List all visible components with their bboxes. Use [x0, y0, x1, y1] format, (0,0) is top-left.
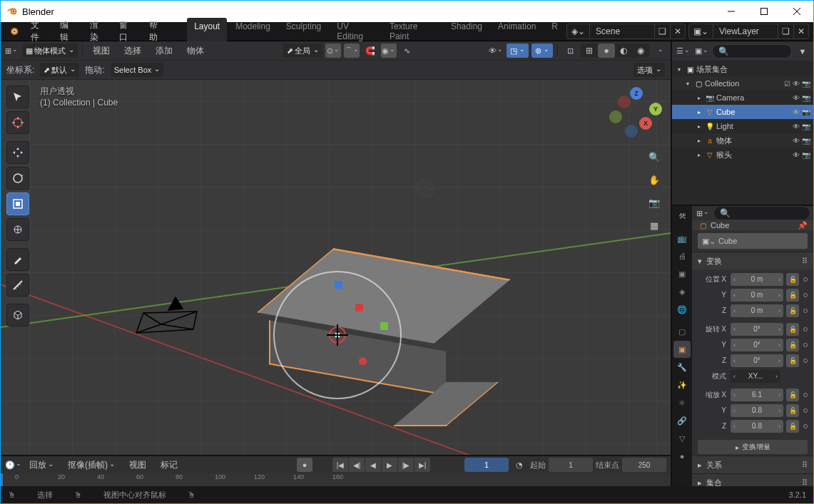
scene-delete-icon[interactable]: ✕ — [670, 24, 685, 38]
scene-new-icon[interactable]: ❏ — [654, 24, 670, 38]
lock-rot-z-icon[interactable]: 🔓 — [786, 354, 799, 367]
ptab-render-icon[interactable]: 📺 — [673, 230, 691, 247]
nav-pan-icon[interactable]: ✋ — [645, 170, 663, 189]
anim-scale-z[interactable] — [803, 424, 808, 428]
shading-rendered-icon[interactable]: ◉ — [632, 43, 649, 58]
ptab-modifier-icon[interactable]: 🔧 — [673, 359, 691, 376]
shading-wireframe-icon[interactable]: ⊞ — [581, 43, 598, 58]
tool-cursor[interactable] — [6, 111, 29, 134]
breadcrumb-object[interactable]: Cube — [711, 221, 729, 230]
proportional-toggle-icon[interactable]: ∿ — [400, 43, 415, 58]
viewlayer-new-icon[interactable]: ❏ — [778, 24, 793, 38]
properties-editor-icon[interactable]: ⊞ — [695, 206, 711, 220]
anim-loc-y[interactable] — [803, 293, 808, 297]
pivot-dropdown-icon[interactable]: ⊙ — [325, 43, 341, 58]
location-z[interactable]: 0 m — [731, 304, 783, 317]
ptab-object-icon[interactable]: ▣ — [673, 341, 691, 358]
editor-type-icon[interactable]: ⊞ — [4, 43, 19, 58]
viewlayer-name[interactable]: ViewLayer — [713, 26, 778, 36]
window-close-button[interactable] — [780, 1, 813, 22]
coord-dropdown[interactable]: ⬈ 默认 — [40, 63, 79, 77]
tool-scale[interactable] — [6, 192, 29, 215]
visibility-dropdown-icon[interactable]: 👁 — [488, 43, 504, 58]
rotation-mode[interactable]: XY... — [731, 370, 780, 383]
scene-selector[interactable]: ◈⌄ Scene ❏ ✕ — [566, 24, 686, 39]
panel-relations-header[interactable]: ▸关系⠿ — [692, 456, 813, 473]
ptab-scene-icon[interactable]: ◈ — [673, 283, 691, 300]
gizmo-toggle[interactable]: ◳ — [507, 43, 529, 58]
overlay-toggle[interactable]: ⊚ — [531, 43, 553, 58]
viewlayer-selector[interactable]: ▣⌄ ViewLayer ❏ ✕ — [688, 24, 809, 39]
keyframe-prev-icon[interactable]: ◀| — [349, 458, 365, 472]
camera-object[interactable] — [126, 290, 211, 354]
nav-camera-icon[interactable]: 📷 — [645, 193, 663, 212]
keyframe-next-icon[interactable]: |▶ — [398, 458, 414, 472]
drag-dropdown[interactable]: Select Box — [111, 63, 164, 77]
timeline-keying[interactable]: 抠像(插帧) — [62, 456, 121, 474]
ptab-viewlayer-icon[interactable]: ▣ — [673, 265, 691, 282]
ptab-constraint-icon[interactable]: 🔗 — [673, 412, 691, 429]
timeline-editor-icon[interactable]: 🕐 — [5, 458, 21, 472]
viewport-menu-object[interactable]: 物体 — [181, 42, 210, 60]
anim-rot-z[interactable] — [803, 359, 808, 363]
orientation-dropdown[interactable]: ⬈ 全局 — [283, 43, 322, 58]
current-frame[interactable]: 1 — [464, 458, 509, 472]
object-name-field[interactable]: ▣⌄ Cube — [698, 233, 808, 249]
viewport-menu-select[interactable]: 选择 — [118, 42, 147, 60]
snap-toggle-icon[interactable]: 🧲 — [362, 43, 378, 58]
ptab-tool-icon[interactable]: 🛠 — [673, 207, 691, 225]
anim-loc-z[interactable] — [803, 309, 808, 313]
nav-zoom-icon[interactable]: 🔍 — [645, 148, 663, 166]
tree-scene-collection[interactable]: ▾▣ 场景集合 — [672, 62, 813, 76]
scene-name[interactable]: Scene — [590, 26, 654, 36]
anim-rot-x[interactable] — [803, 327, 808, 331]
location-y[interactable]: 0 m — [731, 289, 783, 302]
anim-scale-x[interactable] — [803, 393, 808, 397]
tree-light[interactable]: ▸💡 Light 👁📷 — [672, 119, 813, 133]
panel-delta-transform[interactable]: ▸变换增量 — [698, 440, 808, 454]
lock-rot-y-icon[interactable]: 🔓 — [786, 339, 799, 351]
end-frame[interactable]: 250 — [622, 458, 666, 472]
viewport-menu-add[interactable]: 添加 — [150, 42, 178, 60]
scale-x[interactable]: 6.1 — [731, 389, 783, 401]
tool-transform[interactable] — [6, 218, 29, 241]
tree-camera[interactable]: ▸📷 Camera 👁📷 — [672, 91, 813, 105]
rotation-z[interactable]: 0° — [731, 354, 783, 367]
nav-gizmo[interactable]: Z Y X — [608, 86, 665, 143]
snap-dropdown-icon[interactable]: ⌒ — [344, 43, 360, 58]
scale-y[interactable]: 0.8 — [731, 404, 783, 417]
ptab-output-icon[interactable]: 🖨 — [673, 247, 691, 264]
timeline-track[interactable]: 0 20 40 60 80 100 120 140 160 — [1, 473, 671, 486]
window-maximize-button[interactable] — [748, 1, 780, 22]
playhead[interactable] — [1, 473, 3, 486]
lock-rot-x-icon[interactable]: 🔓 — [786, 323, 799, 336]
jump-start-icon[interactable]: |◀ — [332, 458, 348, 472]
outliner-filter-icon[interactable]: ▼ — [795, 44, 810, 58]
proportional-icon[interactable]: ◉ — [381, 43, 397, 58]
tool-select-box[interactable] — [6, 86, 29, 108]
tree-suzanne[interactable]: ▸▽ 猴头 👁📷 — [672, 148, 813, 162]
ptab-particle-icon[interactable]: ✨ — [673, 376, 691, 394]
outliner-search[interactable]: 🔍 — [712, 44, 792, 58]
viewlayer-browse-icon[interactable]: ▣⌄ — [689, 24, 713, 38]
panel-transform-header[interactable]: ▾变换⠿ — [692, 252, 813, 269]
tool-rotate[interactable] — [6, 167, 29, 190]
tool-add-cube[interactable] — [6, 304, 29, 326]
anim-scale-y[interactable] — [803, 408, 808, 413]
shading-solid-icon[interactable]: ● — [598, 43, 615, 58]
tool-move[interactable] — [6, 141, 29, 164]
play-forward-icon[interactable]: ▶ — [382, 458, 397, 472]
panel-collections-header[interactable]: ▸集合⠿ — [692, 474, 813, 486]
anim-loc-x[interactable] — [803, 277, 808, 282]
outliner-editor-icon[interactable]: ☰ — [675, 44, 691, 58]
timeline-view[interactable]: 视图 — [123, 456, 152, 474]
ptab-data-icon[interactable]: ▽ — [673, 430, 691, 447]
autokey-toggle-icon[interactable]: ● — [297, 458, 312, 472]
tree-empty[interactable]: ▸a 物体 👁📷 — [672, 133, 813, 148]
ptab-material-icon[interactable]: ● — [673, 448, 691, 465]
shading-options-icon[interactable] — [652, 43, 668, 58]
pin-icon[interactable]: 📌 — [798, 221, 808, 230]
viewport-menu-view[interactable]: 视图 — [87, 42, 116, 60]
tool-measure[interactable] — [6, 274, 29, 297]
shading-material-icon[interactable]: ◐ — [615, 43, 632, 58]
